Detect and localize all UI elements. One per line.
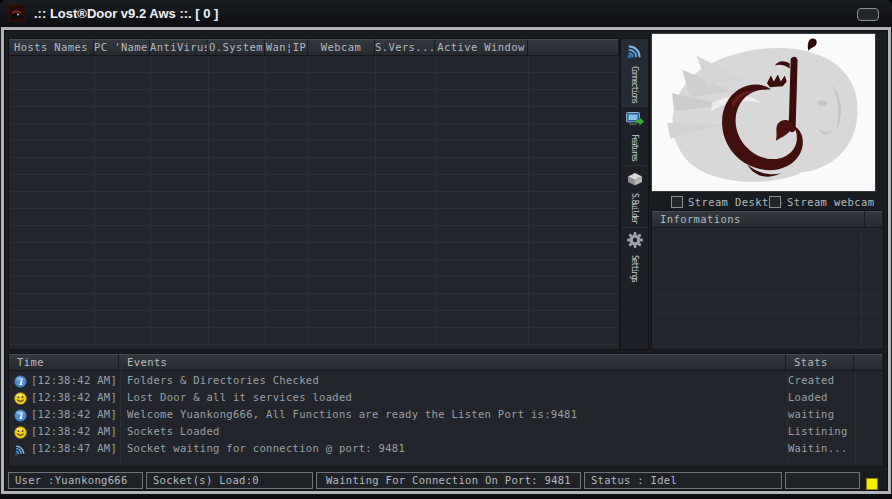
event-log-body: i [12:38:42 AM] Folders & Directories Ch… [10, 371, 882, 465]
statusbar-sockets: Socket(s) Load:0 [146, 472, 313, 489]
log-time: [12:38:42 AM] [28, 408, 120, 420]
column-time[interactable]: Time [9, 354, 119, 370]
antenna-icon [14, 441, 28, 454]
log-time: [12:38:42 AM] [28, 425, 120, 437]
column-antivirus[interactable]: AntiVirus [150, 39, 208, 55]
connections-table-header: Hosts Names PC 'Names AntiVirus O.System… [9, 39, 619, 56]
app-logo-icon [8, 5, 25, 22]
log-event: Socket waiting for connection @ port: 94… [120, 442, 781, 454]
builder-icon [626, 169, 644, 191]
column-active-window[interactable]: Active Window [435, 39, 528, 55]
column-wan-ip[interactable]: Wan¦IP [265, 39, 308, 55]
column-events[interactable]: Events [119, 354, 786, 370]
stream-desktop-label: Stream Desktop [688, 196, 782, 208]
tab-connections-label: Connections [630, 66, 639, 102]
event-log-header: Time Events Stats [9, 354, 883, 371]
column-os[interactable]: O.System [208, 39, 265, 55]
stream-webcam-label: Stream webcam [787, 196, 874, 208]
log-stat: Listining [781, 425, 847, 437]
tab-settings-label: Settings [630, 255, 639, 282]
column-pc-names[interactable]: PC 'Names [94, 39, 150, 55]
status-led-indicator [866, 478, 878, 490]
column-filler [528, 39, 619, 55]
statusbar-empty-panel [785, 472, 860, 489]
statusbar-waiting: Wainting For Connection On Port: 9481 [316, 472, 581, 489]
log-time: [12:38:42 AM] [28, 374, 120, 386]
monitor-icon [626, 110, 644, 132]
column-stats[interactable]: Stats [786, 354, 854, 370]
logo-calligraphy-image [651, 33, 876, 192]
statusbar-status: Status : Idel [584, 472, 782, 489]
log-time: [12:38:42 AM] [28, 391, 120, 403]
gear-icon [626, 231, 644, 253]
window-title: .:: Lost®Door v9.2 Aws ::. [ 0 ] [34, 6, 218, 21]
title-bar[interactable]: .:: Lost®Door v9.2 Aws ::. [ 0 ] [0, 0, 892, 27]
log-row[interactable]: [12:38:42 AM] Sockets Loaded Listining [10, 422, 882, 439]
connections-table-body [10, 56, 618, 348]
log-row[interactable]: [12:38:47 AM] Socket waiting for connect… [10, 439, 882, 456]
log-time: [12:38:47 AM] [28, 442, 120, 454]
log-event: Folders & Directories Checked [120, 374, 781, 386]
tab-features-label: Features [630, 134, 639, 161]
log-stat: Created [781, 374, 847, 386]
tab-s-builder-label: S.Builder [630, 193, 639, 223]
event-log-table: Time Events Stats i [12:38:42 AM] Folder… [8, 353, 884, 467]
log-row[interactable]: i [12:38:42 AM] Welcome Yuankong666, All… [10, 405, 882, 422]
log-stat: Loaded [781, 391, 847, 403]
info-icon: i [14, 373, 28, 386]
log-event: Sockets Loaded [120, 425, 781, 437]
column-log-filler [854, 354, 883, 370]
tab-features[interactable]: Features [621, 106, 648, 165]
info-icon: i [14, 407, 28, 420]
statusbar-user: User :Yuankong666 [8, 472, 143, 489]
minimize-button[interactable] [857, 8, 879, 21]
smiley-icon [14, 390, 28, 403]
stream-webcam-checkbox[interactable] [769, 196, 781, 208]
informations-panel: Informations [651, 210, 884, 350]
column-s-version[interactable]: S.Vers... [375, 39, 435, 55]
column-hosts-names[interactable]: Hosts Names [9, 39, 94, 55]
window-bottom-edge [0, 494, 892, 499]
column-webcam[interactable]: Webcam [308, 39, 375, 55]
log-event: Welcome Yuankong666, All Functions are r… [120, 408, 781, 420]
stream-desktop-checkbox[interactable] [671, 196, 683, 208]
log-row[interactable]: [12:38:42 AM] Lost Door & all it service… [10, 388, 882, 405]
log-stat: waiting [781, 408, 847, 420]
log-row[interactable]: i [12:38:42 AM] Folders & Directories Ch… [10, 371, 882, 388]
sidebar-tabstrip: Connections Features [620, 38, 649, 350]
antenna-icon [626, 42, 644, 64]
tab-settings[interactable]: Settings [621, 227, 648, 286]
informations-header-filler [865, 211, 883, 227]
log-event: Lost Door & all it services loaded [120, 391, 781, 403]
tab-connections[interactable]: Connections [621, 39, 648, 106]
tab-s-builder[interactable]: S.Builder [621, 165, 648, 227]
smiley-icon [14, 424, 28, 437]
log-stat: Waitin... [781, 442, 847, 454]
app-window: .:: Lost®Door v9.2 Aws ::. [ 0 ] Hosts N… [0, 0, 892, 499]
informations-header[interactable]: Informations [652, 211, 865, 227]
informations-body [653, 228, 882, 348]
connections-table: Hosts Names PC 'Names AntiVirus O.System… [8, 38, 620, 350]
